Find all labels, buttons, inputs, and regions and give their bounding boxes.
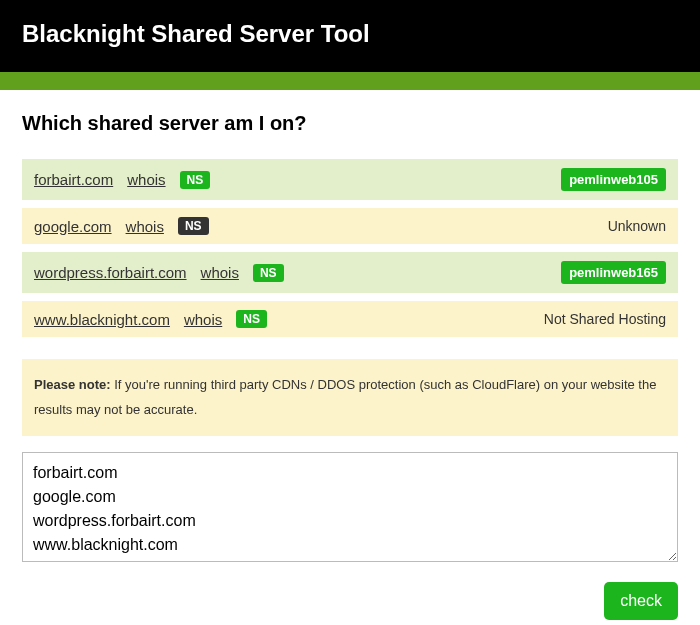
- server-badge: pemlinweb165: [561, 261, 666, 284]
- section-title: Which shared server am I on?: [22, 112, 678, 135]
- ns-badge: NS: [253, 264, 284, 282]
- ns-badge: NS: [236, 310, 267, 328]
- note-text: If you're running third party CDNs / DDO…: [34, 377, 656, 417]
- result-left: www.blacknight.com whois NS: [34, 310, 544, 328]
- ns-badge: NS: [178, 217, 209, 235]
- note-label: Please note:: [34, 377, 111, 392]
- whois-link[interactable]: whois: [126, 218, 164, 235]
- domain-link[interactable]: forbairt.com: [34, 171, 113, 188]
- server-badge: pemlinweb105: [561, 168, 666, 191]
- accent-bar: [0, 72, 700, 90]
- ns-badge: NS: [180, 171, 211, 189]
- domains-input[interactable]: [22, 452, 678, 562]
- result-left: wordpress.forbairt.com whois NS: [34, 264, 561, 282]
- whois-link[interactable]: whois: [127, 171, 165, 188]
- content: Which shared server am I on? forbairt.co…: [0, 90, 700, 625]
- check-button[interactable]: check: [604, 582, 678, 620]
- actions: check: [22, 582, 678, 620]
- result-row: forbairt.com whois NS pemlinweb105: [22, 159, 678, 200]
- result-row: google.com whois NS Unknown: [22, 208, 678, 244]
- domain-link[interactable]: www.blacknight.com: [34, 311, 170, 328]
- result-row: www.blacknight.com whois NS Not Shared H…: [22, 301, 678, 337]
- whois-link[interactable]: whois: [201, 264, 239, 281]
- page-title: Blacknight Shared Server Tool: [22, 20, 678, 48]
- results-list: forbairt.com whois NS pemlinweb105 googl…: [22, 159, 678, 337]
- result-left: google.com whois NS: [34, 217, 608, 235]
- server-text: Not Shared Hosting: [544, 311, 666, 327]
- result-row: wordpress.forbairt.com whois NS pemlinwe…: [22, 252, 678, 293]
- server-text: Unknown: [608, 218, 666, 234]
- header: Blacknight Shared Server Tool: [0, 0, 700, 72]
- result-left: forbairt.com whois NS: [34, 171, 561, 189]
- domain-link[interactable]: google.com: [34, 218, 112, 235]
- whois-link[interactable]: whois: [184, 311, 222, 328]
- domain-link[interactable]: wordpress.forbairt.com: [34, 264, 187, 281]
- note-box: Please note: If you're running third par…: [22, 359, 678, 436]
